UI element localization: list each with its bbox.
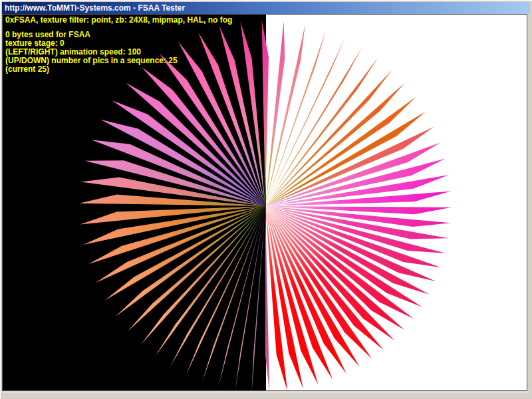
hud-overlay: 0xFSAA, texture filter: point, zb: 24X8,… [5, 16, 232, 74]
window-title: http://www.ToMMTi-Systems.com - FSAA Tes… [2, 3, 185, 13]
window-bottom-border [2, 392, 530, 398]
hud-info-line: (current 25) [5, 65, 232, 74]
render-viewport[interactable]: 0xFSAA, texture filter: point, zb: 24X8,… [2, 14, 527, 391]
fsaa-tester-window: http://www.ToMMTi-Systems.com - FSAA Tes… [0, 0, 532, 399]
hud-status-line: 0xFSAA, texture filter: point, zb: 24X8,… [5, 16, 232, 25]
window-titlebar[interactable]: http://www.ToMMTi-Systems.com - FSAA Tes… [2, 2, 530, 14]
